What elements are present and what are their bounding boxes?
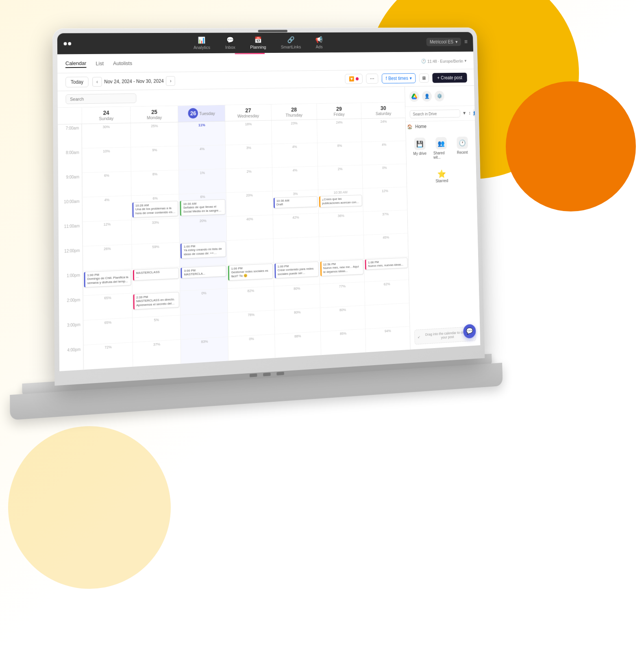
cell-fri-1200[interactable] (319, 235, 364, 260)
cell-tue-700[interactable]: 11% (178, 122, 225, 146)
subnav-autolists[interactable]: Autolists (113, 60, 132, 67)
cell-fri-800[interactable]: 8% (317, 142, 362, 166)
shared-item[interactable]: 👥 Shared wit... (431, 134, 450, 163)
post-card[interactable]: MASTERCLASS ... (133, 268, 179, 281)
cell-wed-800[interactable]: 3% (225, 144, 272, 169)
filter-button[interactable]: 🔽 (345, 74, 363, 84)
cell-tue-800[interactable]: 4% (178, 145, 226, 170)
cell-tue-400[interactable]: 83% (181, 337, 228, 364)
cell-sat-1200[interactable]: 45% (363, 233, 408, 259)
cell-thu-200[interactable]: 80% (274, 284, 320, 310)
post-card[interactable]: 2:39 PM MASTERCLASS en directo. Aprenemo… (133, 292, 179, 310)
cell-mon-200[interactable]: 2:39 PM MASTERCLASS en directo. Aprenemo… (132, 291, 180, 318)
cell-tue-900[interactable]: 1% (178, 169, 226, 194)
cell-fri-1000[interactable]: 10:30 AM ¿Crees que las publicaciones ac… (318, 189, 363, 213)
drive-filter-icon[interactable]: ▼ (462, 111, 466, 116)
cell-fri-200[interactable]: 77% (320, 282, 365, 308)
cell-sun-900[interactable]: 6% (82, 172, 131, 197)
cell-sat-300[interactable] (365, 303, 409, 329)
calendar-grid[interactable]: 24 Sunday 25 Monday 26 Tuesday (58, 102, 410, 371)
drive-home-nav[interactable]: 🏠 Home (406, 120, 475, 132)
cell-sun-1200[interactable]: 26% (83, 244, 132, 271)
cell-mon-1000[interactable]: 6% 10:28 AM Una de los problemas a la ho… (131, 194, 179, 220)
cell-sat-1100[interactable]: 37% (363, 210, 408, 235)
nav-item-planning[interactable]: 📅 Planning (243, 34, 274, 52)
cell-sun-1100[interactable]: 12% (83, 220, 132, 246)
cell-sat-700[interactable]: 24% (361, 118, 406, 142)
cell-sat-100[interactable]: 1:08 PM Nuevo mes, nuevas ideas... (364, 257, 409, 282)
cell-tue-200[interactable]: 0% (180, 289, 228, 315)
recent-item[interactable]: 🕐 Recent (453, 133, 472, 162)
cell-wed-900[interactable]: 2% (226, 168, 272, 193)
cell-mon-800[interactable]: 9% (131, 146, 178, 172)
subnav-list[interactable]: List (96, 61, 104, 68)
cell-fri-400[interactable]: 85% (320, 329, 366, 355)
cell-sun-400[interactable]: 72% (83, 342, 133, 370)
cell-thu-700[interactable]: 23% (271, 120, 317, 144)
cell-thu-500[interactable]: 97% (275, 355, 321, 371)
cell-fri-100[interactable]: 12:56 PM Nuevo mes, new me... Aquí te de… (319, 259, 365, 284)
best-times-button[interactable]: f Best times ▾ (382, 73, 416, 83)
search-input[interactable] (65, 94, 136, 104)
cell-mon-700[interactable]: 25% (130, 122, 178, 148)
cell-thu-800[interactable]: 4% (272, 143, 318, 168)
drive-sort-icon[interactable]: ↕ (468, 110, 470, 115)
settings-icon[interactable]: ⚙️ (435, 91, 445, 101)
nav-item-smartlinks[interactable]: 🔗 SmartLinks (273, 34, 308, 52)
post-card[interactable]: 12:56 PM Nuevo mes, new me... Aquí te de… (320, 259, 363, 276)
cell-thu-1100[interactable]: 42% (273, 213, 319, 239)
nav-item-inbox[interactable]: 💬 Inbox (218, 34, 243, 52)
cell-sun-700[interactable]: 30% (82, 123, 131, 148)
cell-thu-400[interactable]: 88% (274, 332, 321, 358)
nav-item-analytics[interactable]: 📊 Analytics (186, 34, 218, 52)
cell-thu-100[interactable]: 1:00 PM Crear contenido para redes socia… (273, 261, 319, 287)
cell-wed-200[interactable]: 82% (227, 287, 274, 313)
cell-tue-100[interactable]: 3:00 PM MASTERCLA... (180, 265, 227, 291)
post-card[interactable]: 3:00 PM MASTERCLA... (181, 266, 226, 279)
cell-wed-1100[interactable]: 40% (226, 215, 273, 241)
cell-wed-1000[interactable]: 20% (226, 192, 273, 217)
cell-sun-300[interactable]: 65% (83, 318, 133, 345)
cell-fri-700[interactable]: 24% (317, 119, 362, 143)
prev-week-button[interactable]: ‹ (92, 77, 102, 87)
cell-thu-1000[interactable]: 3% 10:30 AM Draft (272, 190, 318, 215)
google-drive-icon[interactable] (409, 91, 420, 102)
cell-wed-700[interactable]: 18% (225, 120, 271, 145)
cell-tue-1100[interactable]: 20% (179, 217, 227, 243)
cell-sun-1000[interactable]: 4% (82, 196, 131, 222)
post-card[interactable]: 10:30 AM Señales de que llevas el Social… (180, 199, 226, 216)
drive-user-icon[interactable]: 👤 (472, 109, 477, 117)
my-drive-item[interactable]: 💾 My drive (410, 134, 429, 163)
post-card-x[interactable]: 1:00 PM Domingo de Chill. Planifica la s… (84, 270, 131, 287)
drive-search-input[interactable] (410, 109, 461, 118)
create-post-button[interactable]: + Create post (432, 72, 467, 83)
post-card[interactable]: ¿Crees que las publicaciones acercan con… (319, 195, 362, 207)
subnav-calendar[interactable]: Calendar (65, 60, 86, 68)
cell-wed-1200[interactable] (226, 239, 273, 265)
cell-sat-900[interactable]: 0% (362, 164, 407, 188)
next-week-button[interactable]: › (166, 76, 175, 86)
cell-mon-400[interactable]: 37% (132, 340, 181, 367)
nav-item-ads[interactable]: 📢 Ads (308, 34, 330, 52)
cell-wed-100[interactable]: 1:00 PM Gestionar redes sociales es fáci… (227, 263, 274, 289)
post-card[interactable]: 1:00 PM Crear contenido para redes socia… (274, 261, 318, 279)
today-button[interactable]: Today (65, 76, 89, 87)
more-options-button[interactable]: ⋯ (366, 74, 378, 84)
cell-tue-300[interactable] (180, 313, 228, 340)
starred-item[interactable]: ⭐ Starred (407, 164, 476, 188)
user-icon[interactable]: 👤 (422, 91, 432, 102)
cell-sun-100[interactable]: 1:00 PM Domingo de Chill. Planifica la s… (83, 269, 132, 296)
cell-sat-200[interactable]: 62% (364, 280, 409, 305)
cell-wed-300[interactable]: 78% (228, 310, 274, 337)
cell-wed-400[interactable]: 0% (228, 334, 275, 361)
cell-fri-300[interactable]: 80% (320, 305, 366, 331)
cell-thu-300[interactable]: 80% (274, 308, 320, 334)
cell-mon-300[interactable]: 5% (132, 316, 181, 343)
cell-mon-1200[interactable]: 59% (131, 243, 180, 269)
post-card[interactable]: 1:00 PM Gestionar redes sociales es fáci… (228, 263, 273, 281)
cell-sat-400[interactable]: 94% (366, 327, 410, 353)
cell-thu-900[interactable]: 4% (272, 166, 318, 191)
nav-account[interactable]: Metricool ES ▾ (426, 38, 461, 46)
cell-sat-1000[interactable]: 12% (363, 187, 407, 212)
cell-tue-1000[interactable]: 6% 10:30 AM Señales de que llevas el Soc… (179, 193, 226, 218)
